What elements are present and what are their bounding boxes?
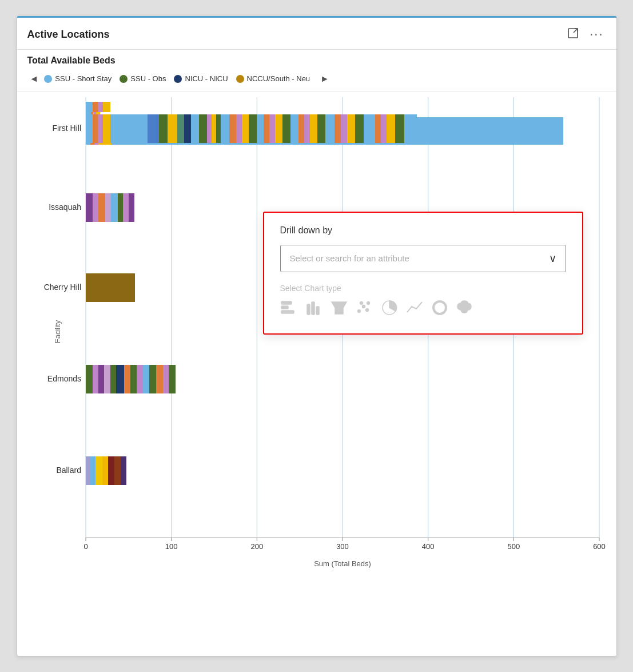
ballard-bars <box>86 456 126 485</box>
x-tick-0: 0 <box>83 542 87 551</box>
scatter-chart-icon[interactable] <box>356 300 373 320</box>
svg-rect-85 <box>130 365 137 393</box>
svg-rect-33 <box>168 114 177 143</box>
svg-rect-98 <box>121 456 126 485</box>
chart-type-label: Select Chart type <box>280 284 566 293</box>
svg-rect-106 <box>281 301 292 304</box>
x-tick-600: 600 <box>593 542 606 551</box>
svg-rect-69 <box>93 193 98 222</box>
svg-rect-35 <box>184 114 191 143</box>
chart-area: Facility <box>17 92 616 606</box>
svg-rect-46 <box>257 114 264 143</box>
svg-rect-23 <box>93 102 98 112</box>
donut-chart-icon[interactable] <box>431 300 448 320</box>
chart-title: Total Available Beds <box>17 50 616 69</box>
svg-rect-54 <box>310 114 317 143</box>
svg-rect-38 <box>207 114 212 143</box>
x-tick-200: 200 <box>250 542 263 551</box>
svg-rect-81 <box>104 365 110 393</box>
svg-point-113 <box>357 309 360 312</box>
chevron-down-icon: ∨ <box>549 252 556 265</box>
svg-rect-108 <box>281 311 294 313</box>
svg-rect-65 <box>395 114 404 143</box>
svg-rect-62 <box>375 114 381 143</box>
svg-rect-27 <box>93 114 98 143</box>
chart-type-icons <box>280 300 566 320</box>
x-tick-400: 400 <box>421 542 434 551</box>
svg-rect-52 <box>298 114 304 143</box>
svg-rect-59 <box>347 114 355 143</box>
drill-down-popup: Drill down by Select or search for an at… <box>263 212 583 335</box>
legend-item-nccu: NCCU/South - Neu <box>236 74 310 83</box>
x-axis-title: Sum (Total Beds) <box>314 559 371 568</box>
svg-rect-87 <box>143 365 149 393</box>
svg-rect-88 <box>149 365 156 393</box>
svg-rect-68 <box>86 193 93 222</box>
expand-button[interactable] <box>564 26 582 43</box>
y-label-issaquah: Issaquah <box>49 202 81 212</box>
svg-rect-42 <box>229 114 236 143</box>
y-label-first-hill: First Hill <box>52 124 81 133</box>
svg-rect-22 <box>86 102 93 112</box>
svg-rect-110 <box>312 302 314 315</box>
legend-item-ssu-short: SSU - Short Stay <box>44 74 112 83</box>
legend-dot-ssu-obs <box>120 75 128 83</box>
svg-rect-83 <box>116 365 124 393</box>
cherry-hill-bars <box>86 273 135 302</box>
line-chart-icon[interactable] <box>406 300 423 320</box>
wordcloud-chart-icon[interactable] <box>456 300 476 320</box>
svg-rect-57 <box>335 114 341 143</box>
svg-rect-34 <box>177 114 184 143</box>
svg-rect-70 <box>98 193 105 222</box>
legend-label-ssu-short: SSU - Short Stay <box>55 74 112 83</box>
drill-select-dropdown[interactable]: Select or search for an attribute ∨ <box>280 245 566 272</box>
svg-rect-89 <box>156 365 163 393</box>
legend-next-button[interactable]: ► <box>318 73 332 85</box>
legend-item-nicu: NICU - NICU <box>174 74 228 83</box>
svg-rect-58 <box>341 114 347 143</box>
svg-rect-107 <box>281 306 288 309</box>
legend-item-ssu-obs: SSU - Obs <box>120 74 166 83</box>
svg-rect-61 <box>364 114 375 143</box>
main-card: Active Locations ··· Total Available Bed… <box>17 16 617 657</box>
svg-rect-60 <box>355 114 364 143</box>
svg-rect-63 <box>381 114 387 143</box>
svg-rect-32 <box>159 114 168 143</box>
legend-dot-nccu <box>236 75 244 83</box>
bar-chart-vertical-icon[interactable] <box>305 300 323 320</box>
svg-rect-84 <box>124 365 130 393</box>
drill-select-placeholder: Select or search for an attribute <box>290 253 409 263</box>
svg-rect-73 <box>118 193 123 222</box>
svg-point-114 <box>362 305 365 308</box>
svg-rect-44 <box>242 114 249 143</box>
more-options-button[interactable]: ··· <box>587 26 606 43</box>
pie-chart-icon[interactable] <box>381 300 398 320</box>
svg-rect-90 <box>163 365 169 393</box>
svg-rect-29 <box>103 114 110 143</box>
svg-rect-53 <box>304 114 310 143</box>
svg-rect-43 <box>236 114 242 143</box>
legend-label-nicu: NICU - NICU <box>185 74 228 83</box>
legend-dot-ssu-short <box>44 75 52 83</box>
svg-rect-48 <box>269 114 275 143</box>
svg-rect-56 <box>325 114 335 143</box>
svg-rect-30 <box>110 114 148 143</box>
funnel-chart-icon[interactable] <box>331 300 348 320</box>
issaquah-bars <box>86 193 134 222</box>
svg-rect-76 <box>86 273 135 302</box>
svg-rect-26 <box>86 114 93 143</box>
legend-label-ssu-obs: SSU - Obs <box>130 74 166 83</box>
svg-rect-72 <box>111 193 118 222</box>
chart-inner: Facility <box>86 97 599 566</box>
svg-marker-112 <box>332 302 347 314</box>
y-axis-title: Facility <box>53 320 61 343</box>
card-title: Active Locations <box>27 29 110 41</box>
x-tick-500: 500 <box>507 542 520 551</box>
svg-point-120 <box>437 305 443 311</box>
svg-rect-25 <box>103 102 110 112</box>
legend-dot-nicu <box>174 75 182 83</box>
svg-rect-94 <box>95 456 102 485</box>
legend-prev-button[interactable]: ◄ <box>27 73 41 85</box>
svg-rect-50 <box>282 114 290 143</box>
bar-chart-horizontal-icon[interactable] <box>280 300 297 320</box>
